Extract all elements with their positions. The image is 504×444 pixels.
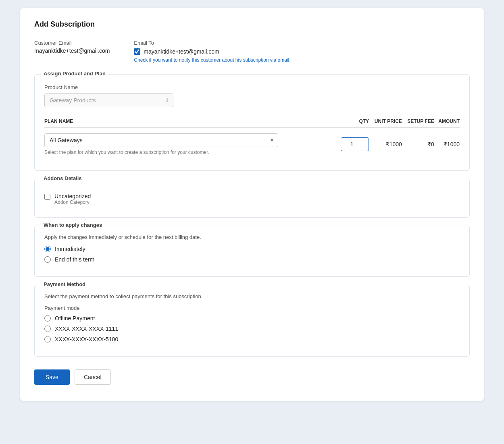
radio-immediately[interactable]: Immediately xyxy=(44,246,460,252)
email-to-checkbox[interactable] xyxy=(134,48,140,55)
col-qty: QTY xyxy=(325,115,369,128)
add-subscription-container: Add Subscription Customer Email mayankti… xyxy=(20,8,484,401)
plan-table: PLAN NAME QTY UNIT PRICE SETUP FEE AMOUN… xyxy=(44,115,460,161)
radio-end-of-term-input[interactable] xyxy=(44,256,51,263)
product-select[interactable]: Gateway Products xyxy=(44,93,173,107)
assign-product-card: Assign Product and Plan Product Name Gat… xyxy=(34,74,470,171)
top-section: Customer Email mayanktidke+test@gmail.co… xyxy=(34,40,470,63)
when-to-apply-title: When to apply changes xyxy=(41,222,104,228)
email-to-row: mayanktidke+test@gmail.com xyxy=(134,48,290,55)
radio-end-of-term[interactable]: End of this term xyxy=(44,256,460,263)
email-to-value: mayanktidke+test@gmail.com xyxy=(144,48,219,55)
customer-email-value: mayanktidke+test@gmail.com xyxy=(34,48,110,54)
radio-card-5100-label: XXXX-XXXX-XXXX-5100 xyxy=(55,336,118,342)
page-title: Add Subscription xyxy=(34,20,470,29)
when-hint: Apply the changes immediately or schedul… xyxy=(44,234,460,240)
radio-offline-input[interactable] xyxy=(44,315,51,322)
action-buttons: Save Cancel xyxy=(34,369,470,385)
radio-end-of-term-label: End of this term xyxy=(55,256,94,263)
plan-select-wrapper: All Gateways xyxy=(44,133,278,147)
product-select-wrapper: Gateway Products xyxy=(44,93,173,107)
addons-title: Addons Details xyxy=(41,175,84,181)
when-to-apply-card: When to apply changes Apply the changes … xyxy=(34,226,470,277)
email-to-section: Email To mayanktidke+test@gmail.com Chec… xyxy=(134,40,290,63)
radio-immediately-label: Immediately xyxy=(55,246,85,252)
payment-mode-label: Payment mode xyxy=(44,305,460,311)
payment-method-card: Payment Method Select the payment method… xyxy=(34,285,470,357)
table-row: All Gateways Select the plan for which y… xyxy=(44,128,460,161)
radio-card-1111-input[interactable] xyxy=(44,326,51,332)
qty-input[interactable] xyxy=(341,137,369,151)
radio-card-5100[interactable]: XXXX-XXXX-XXXX-5100 xyxy=(44,336,460,342)
setup-fee-value: ₹0 xyxy=(402,128,434,161)
col-unit-price: UNIT PRICE xyxy=(369,115,402,128)
plan-select[interactable]: All Gateways xyxy=(44,133,278,147)
radio-offline-label: Offline Payment xyxy=(55,315,95,322)
addon-info: Uncategorized Addon Category xyxy=(54,193,91,205)
customer-email-label: Customer Email xyxy=(34,40,110,46)
addon-checkbox[interactable] xyxy=(44,194,50,200)
radio-card-1111[interactable]: XXXX-XXXX-XXXX-1111 xyxy=(44,326,460,332)
email-to-hint: Check if you want to notify this custome… xyxy=(134,57,290,63)
radio-immediately-input[interactable] xyxy=(44,246,51,252)
addon-name: Uncategorized xyxy=(54,193,91,199)
amount-value: ₹1000 xyxy=(434,128,460,161)
email-to-label: Email To xyxy=(134,40,290,46)
radio-card-5100-input[interactable] xyxy=(44,336,51,342)
payment-method-title: Payment Method xyxy=(41,281,88,287)
cancel-button[interactable]: Cancel xyxy=(75,369,111,385)
addons-content: Uncategorized Addon Category xyxy=(44,191,460,207)
col-plan-name: PLAN NAME xyxy=(44,115,325,128)
product-name-label: Product Name xyxy=(44,84,460,90)
unit-price-value: ₹1000 xyxy=(369,128,402,161)
col-amount: AMOUNT xyxy=(434,115,460,128)
payment-hint: Select the payment method to collect pay… xyxy=(44,293,460,299)
save-button[interactable]: Save xyxy=(34,369,70,385)
radio-offline[interactable]: Offline Payment xyxy=(44,315,460,322)
radio-card-1111-label: XXXX-XXXX-XXXX-1111 xyxy=(55,326,118,332)
plan-hint: Select the plan for which you want to cr… xyxy=(44,149,325,155)
addons-card: Addons Details Uncategorized Addon Categ… xyxy=(34,179,470,218)
assign-product-title: Assign Product and Plan xyxy=(41,71,108,77)
customer-email-group: Customer Email mayanktidke+test@gmail.co… xyxy=(34,40,110,63)
col-setup-fee: SETUP FEE xyxy=(402,115,434,128)
addon-category: Addon Category xyxy=(54,199,91,205)
addon-item: Uncategorized Addon Category xyxy=(44,191,460,207)
